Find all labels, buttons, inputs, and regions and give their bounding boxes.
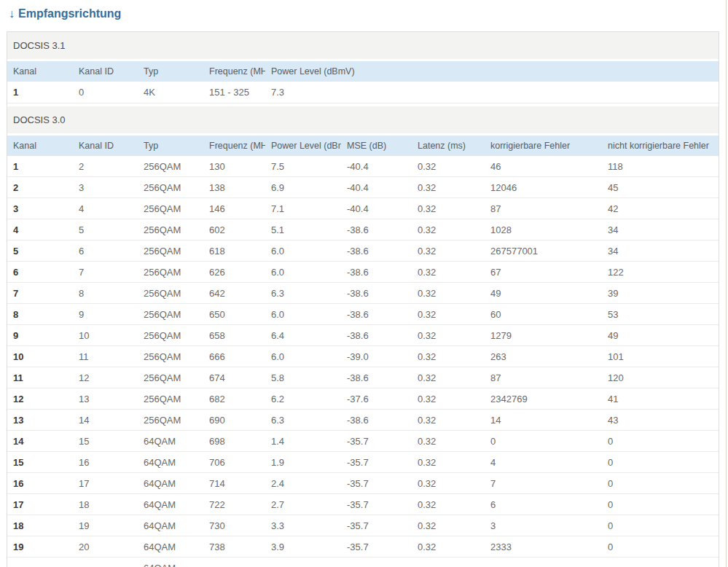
cell: 9 xyxy=(7,325,73,346)
table-row: 78256QAM6426.3-38.60.324939 xyxy=(7,283,719,304)
cell: 87 xyxy=(485,367,602,388)
cell: 256QAM xyxy=(138,304,203,325)
cell: 64QAM xyxy=(138,536,203,558)
cell: 15 xyxy=(7,452,73,473)
cell xyxy=(485,558,602,567)
cell: 14 xyxy=(7,431,73,452)
cell: 0.32 xyxy=(412,515,485,536)
cell: 682 xyxy=(203,388,265,410)
cell: 67 xyxy=(485,262,602,283)
cell: -38.6 xyxy=(341,262,412,283)
table-docsis31: KanalKanal IDTypFrequenz (MHz)Power Leve… xyxy=(7,61,719,103)
cell: 42 xyxy=(602,198,719,219)
cell xyxy=(602,558,719,567)
cell: 6.2 xyxy=(265,388,341,410)
cell: 2333 xyxy=(485,536,602,558)
column-header: nicht korrigierbare Fehler xyxy=(602,136,719,156)
cell: 49 xyxy=(602,325,719,346)
cell: -35.7 xyxy=(341,494,412,515)
cell: 674 xyxy=(203,367,265,388)
column-header: Power Level (dBmV) xyxy=(265,61,719,82)
table-row: 45256QAM6025.1-38.60.32102834 xyxy=(7,219,719,241)
cell: 256QAM xyxy=(138,241,203,262)
cell: 7 xyxy=(7,283,73,304)
cell: 6 xyxy=(485,494,602,515)
table-row: 181964QAM7303.3-35.70.3230 xyxy=(7,515,719,536)
cell: 666 xyxy=(203,346,265,367)
cell: 3.9 xyxy=(265,536,341,558)
cell: 256QAM xyxy=(138,177,203,198)
table-row: 171864QAM7222.7-35.70.3260 xyxy=(7,494,719,515)
cell: 256QAM xyxy=(138,198,203,219)
cell: 256QAM xyxy=(138,410,203,431)
cell: 602 xyxy=(203,219,265,241)
cell: 14 xyxy=(485,410,602,431)
column-header: Kanal xyxy=(7,136,73,156)
cell: 5.8 xyxy=(265,367,341,388)
cell: 256QAM xyxy=(138,219,203,241)
cell: 60 xyxy=(485,304,602,325)
cell: 690 xyxy=(203,410,265,431)
cell: 1.4 xyxy=(265,431,341,452)
cell: 0 xyxy=(602,452,719,473)
cell: -35.7 xyxy=(341,452,412,473)
cell: 64QAM xyxy=(138,431,203,452)
cell: 0 xyxy=(602,473,719,494)
cell: 34 xyxy=(602,241,719,262)
cell: -37.6 xyxy=(341,388,412,410)
table-row: 56256QAM6186.0-38.60.3226757700134 xyxy=(7,241,719,262)
cell: 41 xyxy=(602,388,719,410)
column-header: Kanal xyxy=(7,61,73,82)
cell: 64QAM xyxy=(138,515,203,536)
section-header-docsis30: DOCSIS 3.0 xyxy=(7,106,719,136)
cell: 3 xyxy=(73,177,138,198)
table-row: 161764QAM7142.4-35.70.3270 xyxy=(7,473,719,494)
channel-info-panel: DOCSIS 3.1 KanalKanal IDTypFrequenz (MHz… xyxy=(7,31,719,567)
cell: -38.6 xyxy=(341,304,412,325)
table-row: 151664QAM7061.9-35.70.3240 xyxy=(7,452,719,473)
cell: 146 xyxy=(203,198,265,219)
table-row: 64QAM xyxy=(7,558,719,567)
section-header-docsis31: DOCSIS 3.1 xyxy=(7,32,719,61)
column-header: Kanal ID xyxy=(73,61,138,82)
table-row: 12256QAM1307.5-40.40.3246118 xyxy=(7,156,719,177)
cell: 0.32 xyxy=(412,304,485,325)
cell: 0.32 xyxy=(412,262,485,283)
cell: 10 xyxy=(73,325,138,346)
cell: 6.9 xyxy=(265,177,341,198)
cell: 650 xyxy=(203,304,265,325)
cell: 618 xyxy=(203,241,265,262)
cell: 0 xyxy=(73,82,138,103)
cell: 118 xyxy=(602,156,719,177)
cell: -38.6 xyxy=(341,367,412,388)
cell: 4 xyxy=(7,219,73,241)
table-row: 23256QAM1386.9-40.40.321204645 xyxy=(7,177,719,198)
cell: 11 xyxy=(73,346,138,367)
cell: -40.4 xyxy=(341,198,412,219)
window-edge-divider xyxy=(726,0,727,567)
cell: 256QAM xyxy=(138,325,203,346)
cell: 19 xyxy=(7,536,73,558)
cell: 18 xyxy=(7,515,73,536)
cell: 2 xyxy=(7,177,73,198)
cell: 9 xyxy=(73,304,138,325)
cell: 6.4 xyxy=(265,325,341,346)
cell: 0.32 xyxy=(412,452,485,473)
cell xyxy=(412,558,485,567)
cell: 11 xyxy=(7,367,73,388)
cell: 13 xyxy=(73,388,138,410)
cell: 3 xyxy=(485,515,602,536)
cell: 7.5 xyxy=(265,156,341,177)
cell: 256QAM xyxy=(138,388,203,410)
column-header: Latenz (ms) xyxy=(412,136,485,156)
cell: -38.6 xyxy=(341,283,412,304)
cell: 256QAM xyxy=(138,367,203,388)
cell: 5 xyxy=(73,219,138,241)
cell: 43 xyxy=(602,410,719,431)
column-header: MSE (dB) xyxy=(341,136,412,156)
cell: 6.0 xyxy=(265,262,341,283)
table-row: 1011256QAM6666.0-39.00.32263101 xyxy=(7,346,719,367)
cell: 698 xyxy=(203,431,265,452)
cell: 15 xyxy=(73,431,138,452)
cell: -40.4 xyxy=(341,156,412,177)
